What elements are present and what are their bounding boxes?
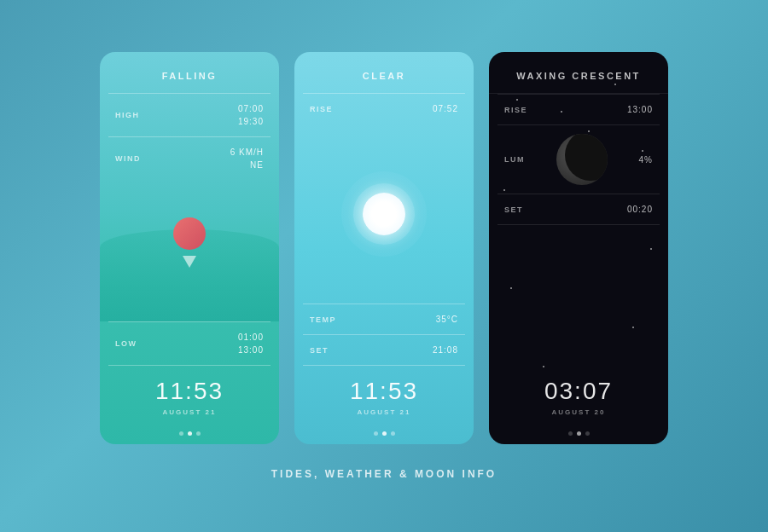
moon-set-label: SET [504, 205, 523, 214]
tides-date: AUGUST 21 [108, 408, 271, 416]
sun-glow-outer [341, 171, 427, 257]
moon-card: WAXING CRESCENT RISE 13:00 LUM 4% SET 00… [489, 52, 668, 444]
weather-temp-value: 35°C [436, 313, 458, 326]
tides-time: 11:53 [108, 378, 271, 405]
wdot-2-active[interactable] [382, 431, 387, 436]
page-title: TIDES, WEATHER & MOON INFO [271, 468, 497, 480]
moon-rise-label: RISE [504, 106, 527, 114]
weather-time: 11:53 [303, 378, 465, 405]
tides-high-time2: 19:30 [238, 115, 264, 128]
mdot-3[interactable] [585, 431, 590, 436]
wdot-1[interactable] [374, 431, 378, 436]
moon-bottom: 03:07 AUGUST 20 [489, 366, 668, 431]
weather-dots [294, 431, 474, 444]
weather-visual [294, 124, 474, 304]
tides-high-values: 07:00 19:30 [238, 102, 264, 128]
weather-set-label: SET [310, 346, 329, 355]
weather-date: AUGUST 21 [303, 408, 465, 416]
tides-wind-speed: 6 KM/H [230, 146, 264, 159]
moon-time: 03:07 [497, 378, 660, 405]
tides-bottom: 11:53 AUGUST 21 [100, 366, 279, 431]
moon-header: WAXING CRESCENT [489, 52, 668, 94]
weather-rise-label: RISE [310, 105, 333, 113]
weather-header: CLEAR [294, 52, 474, 93]
tides-low-label: LOW [115, 339, 137, 348]
dot-3[interactable] [196, 431, 201, 436]
tides-low-values: 01:00 13:00 [238, 331, 264, 356]
weather-temp-row: TEMP 35°C [294, 304, 474, 334]
weather-bottom: 11:53 AUGUST 21 [294, 366, 474, 431]
dot-2-active[interactable] [188, 431, 192, 436]
sun-core-icon [363, 193, 405, 235]
moon-dots [489, 431, 668, 444]
weather-rise-time: 07:52 [433, 102, 458, 115]
weather-card: CLEAR RISE 07:52 TEMP 35°C SET 21:08 [294, 52, 474, 444]
dot-1[interactable] [179, 431, 183, 436]
tides-low-time1: 01:00 [238, 331, 264, 344]
tides-low-time2: 13:00 [238, 344, 264, 356]
moon-lum-value: 4% [639, 153, 653, 166]
moon-spacer [489, 225, 668, 366]
mdot-1[interactable] [568, 431, 573, 436]
weather-rise-row: RISE 07:52 [294, 94, 474, 124]
tides-wind-dir: NE [250, 159, 264, 171]
tides-low-row: LOW 01:00 13:00 [100, 322, 279, 365]
moon-set-row: SET 00:20 [489, 194, 668, 224]
tides-visual [100, 180, 279, 321]
tides-header: FALLING [100, 52, 279, 93]
moon-base [556, 134, 608, 185]
cards-container: FALLING HIGH 07:00 19:30 WIND 6 KM/H NE [100, 52, 668, 444]
mdot-2-active[interactable] [577, 431, 581, 436]
weather-set-time: 21:08 [433, 344, 458, 356]
tides-wind-label: WIND [115, 154, 141, 163]
sun-glow-inner [353, 183, 415, 245]
weather-temp-label: TEMP [310, 315, 336, 324]
tides-wind-row: WIND 6 KM/H NE [100, 137, 279, 180]
tides-high-row: HIGH 07:00 19:30 [100, 94, 279, 136]
tides-wind-values: 6 KM/H NE [230, 146, 264, 171]
tides-high-time1: 07:00 [238, 102, 264, 115]
tides-sun-icon [173, 217, 206, 250]
weather-rise-values: 07:52 [433, 102, 458, 115]
moon-rise-time: 13:00 [627, 103, 653, 116]
moon-shadow [565, 134, 608, 181]
weather-set-row: SET 21:08 [294, 335, 474, 365]
moon-lum-row: LUM 4% [489, 125, 668, 194]
tides-card: FALLING HIGH 07:00 19:30 WIND 6 KM/H NE [100, 52, 279, 444]
wdot-3[interactable] [391, 431, 395, 436]
tides-dots [100, 431, 279, 444]
moon-date: AUGUST 20 [497, 408, 660, 416]
moon-visual [556, 134, 608, 185]
tides-arrow-icon [183, 256, 196, 268]
tides-high-label: HIGH [115, 111, 140, 119]
moon-lum-label: LUM [504, 155, 525, 164]
moon-icon [556, 134, 608, 185]
moon-set-time: 00:20 [627, 203, 653, 216]
moon-rise-row: RISE 13:00 [489, 95, 668, 124]
